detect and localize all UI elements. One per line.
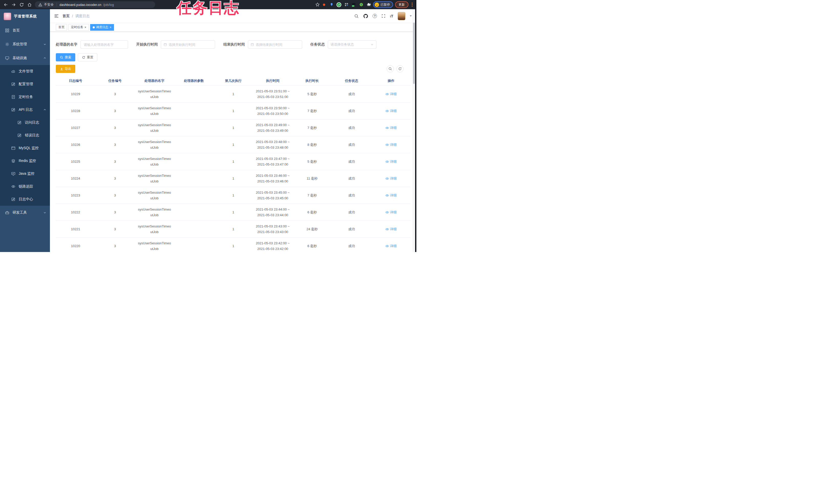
- address-bar[interactable]: 不安全 dashboard.yudao.iocoder.cn/job/log: [35, 1, 155, 8]
- eye-icon: [385, 227, 389, 231]
- close-icon[interactable]: ×: [110, 26, 111, 29]
- table-row: 10221 3 sysUserSessionTimeoutJob 1 2021-…: [56, 221, 411, 238]
- sidebar-item-home[interactable]: 首页: [0, 24, 50, 37]
- cell-exec-index: 1: [214, 244, 253, 249]
- detail-link[interactable]: 详细: [371, 210, 411, 215]
- sidebar-item-trace[interactable]: 链路追踪: [0, 180, 50, 193]
- detail-link[interactable]: 详细: [371, 125, 411, 130]
- extension-puzzle-icon[interactable]: [366, 2, 371, 7]
- breadcrumb-home[interactable]: 首页: [63, 14, 70, 19]
- forward-icon[interactable]: [11, 3, 16, 7]
- cell-log-id: 10220: [56, 244, 95, 249]
- browser-profile-chip[interactable]: 已暂停: [373, 1, 393, 8]
- reset-button[interactable]: 重置: [78, 53, 97, 61]
- sidebar-item-log-center[interactable]: 日志中心: [0, 193, 50, 206]
- detail-link[interactable]: 详细: [371, 227, 411, 232]
- font-size-icon[interactable]: tT: [390, 14, 393, 18]
- home-icon[interactable]: [27, 3, 32, 7]
- extension-pin-icon[interactable]: [329, 2, 334, 7]
- cell-handler-name: sysUserSessionTimeoutJob: [135, 241, 174, 252]
- fullscreen-icon[interactable]: [381, 14, 386, 18]
- sidebar-item-dev-tools[interactable]: 研发工具: [0, 206, 50, 220]
- tab-home[interactable]: 首页: [56, 24, 67, 31]
- table-row: 10224 3 sysUserSessionTimeoutJob 1 2021-…: [56, 170, 411, 187]
- page-content: 处理器的名字 开始执行时间 结束执行时间: [50, 32, 416, 252]
- breadcrumb: 首页 / 调度日志: [63, 14, 90, 19]
- table-header-row: 日志编号 任务编号 处理器的名字 处理器的参数 第几次执行 执行时间 执行时长 …: [56, 76, 411, 86]
- cell-status: 成功: [332, 210, 371, 215]
- col-status: 任务状态: [332, 79, 371, 83]
- sidebar-item-file-management[interactable]: 文件管理: [0, 65, 50, 78]
- cell-handler-name: sysUserSessionTimeoutJob: [135, 224, 174, 235]
- cell-handler-name: sysUserSessionTimeoutJob: [135, 89, 174, 100]
- cell-duration: 5 毫秒: [292, 159, 332, 164]
- eye-icon: [385, 160, 389, 163]
- eye-icon: [385, 194, 389, 197]
- sidebar-item-error-log[interactable]: 错误日志: [0, 129, 50, 142]
- close-icon[interactable]: ×: [85, 26, 86, 29]
- back-icon[interactable]: [4, 3, 8, 7]
- refresh-table-button[interactable]: [397, 65, 404, 72]
- toggle-search-button[interactable]: [387, 65, 394, 72]
- detail-link[interactable]: 详细: [371, 176, 411, 181]
- cell-handler-name: sysUserSessionTimeoutJob: [135, 122, 174, 133]
- task-status-select[interactable]: 请选择任务状态: [328, 41, 376, 49]
- search-icon: [60, 56, 63, 59]
- github-icon[interactable]: [363, 14, 368, 19]
- search-button[interactable]: 搜索: [56, 53, 75, 61]
- bookmark-star-icon[interactable]: [315, 2, 320, 7]
- sidebar-item-infrastructure[interactable]: 基础设施: [0, 51, 50, 65]
- app-logo[interactable]: 芋道管理系统: [0, 9, 50, 24]
- extension-adblock-icon[interactable]: [322, 2, 327, 7]
- start-time-picker[interactable]: [161, 41, 215, 49]
- cell-exec-time: 2021-05-03 23:48:00 ~ 2021-05-03 23:48:0…: [253, 139, 292, 150]
- extension-on-badge-icon[interactable]: on: [352, 2, 356, 7]
- extension-monkey-icon[interactable]: [359, 2, 364, 7]
- col-log-id: 日志编号: [56, 79, 95, 83]
- reload-icon[interactable]: [20, 3, 24, 7]
- hamburger-icon[interactable]: [54, 14, 59, 19]
- sidebar-item-api-log[interactable]: API 日志: [0, 103, 50, 116]
- cell-task-id: 3: [95, 125, 135, 130]
- sidebar-item-redis-monitor[interactable]: Redis 监控: [0, 154, 50, 167]
- handler-name-label: 处理器的名字: [56, 42, 77, 47]
- detail-link[interactable]: 详细: [371, 108, 411, 114]
- avatar-caret-icon[interactable]: [410, 15, 412, 17]
- cell-exec-time: 2021-05-03 23:44:00 ~ 2021-05-03 23:44:0…: [253, 207, 292, 218]
- sidebar-item-java-monitor[interactable]: Java 监控: [0, 167, 50, 180]
- tab-schedule-log[interactable]: 调度日志 ×: [90, 24, 114, 31]
- extension-green-check-icon[interactable]: [337, 2, 341, 7]
- handler-name-input[interactable]: [80, 41, 128, 49]
- end-time-picker[interactable]: [248, 41, 302, 49]
- docs-help-icon[interactable]: ?: [373, 14, 377, 18]
- col-duration: 执行时长: [292, 79, 332, 83]
- header-search-icon[interactable]: [354, 14, 359, 19]
- detail-link[interactable]: 详细: [371, 92, 411, 97]
- export-button[interactable]: 导出: [56, 65, 75, 73]
- cell-exec-time: 2021-05-03 23:47:00 ~ 2021-05-03 23:47:0…: [253, 156, 292, 167]
- chevron-up-icon: [43, 108, 46, 111]
- window-scrollbar-thumb[interactable]: [413, 23, 415, 84]
- detail-link[interactable]: 详细: [371, 193, 411, 198]
- sidebar-item-mysql-monitor[interactable]: MySQL 监控: [0, 142, 50, 154]
- tags-view-bar: 首页 定时任务 × 调度日志 ×: [50, 23, 416, 32]
- browser-menu-icon[interactable]: [410, 3, 414, 7]
- tab-timed-task[interactable]: 定时任务 ×: [68, 24, 89, 31]
- cell-log-id: 10222: [56, 210, 95, 215]
- sidebar-item-system-management[interactable]: 系统管理: [0, 37, 50, 51]
- col-task-id: 任务编号: [95, 79, 135, 83]
- browser-update-button[interactable]: 更新: [395, 1, 408, 8]
- detail-link[interactable]: 详细: [371, 244, 411, 249]
- eye-icon: [385, 244, 389, 248]
- user-avatar[interactable]: [398, 12, 405, 20]
- pen-square-icon: [18, 133, 22, 137]
- detail-link[interactable]: 详细: [371, 142, 411, 147]
- detail-link[interactable]: 详细: [371, 159, 411, 164]
- sidebar-item-timed-task[interactable]: 定时任务: [0, 91, 50, 103]
- sidebar-item-config-management[interactable]: 配置管理: [0, 78, 50, 91]
- eye-icon: [11, 184, 15, 188]
- breadcrumb-current: 调度日志: [75, 14, 90, 19]
- sidebar-item-access-log[interactable]: 访问日志: [0, 116, 50, 129]
- url-host: dashboard.yudao.iocoder.cn: [60, 3, 101, 7]
- extension-grid-icon[interactable]: [344, 2, 349, 7]
